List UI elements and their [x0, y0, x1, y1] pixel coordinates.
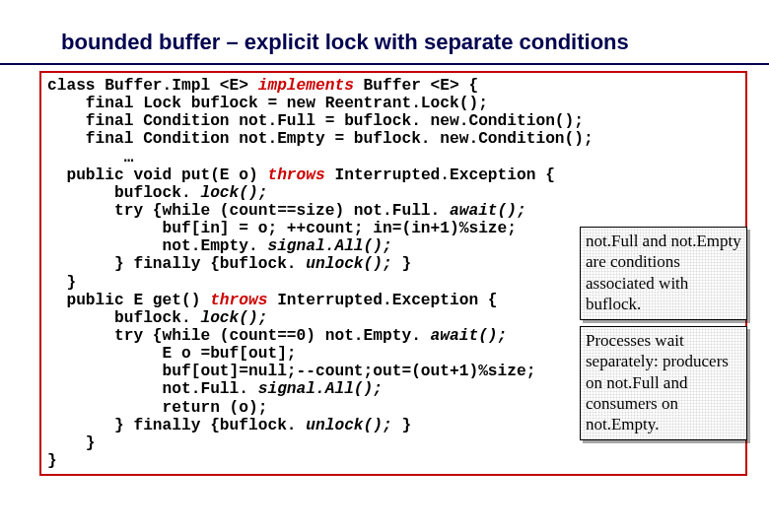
method-lock: lock(); — [200, 184, 267, 202]
code-line: Interrupted.Exception { — [325, 166, 555, 184]
code-line: public void put(E o) — [47, 166, 267, 184]
code-line: not.Full. — [47, 380, 258, 398]
code-line: try {while (count==0) not.Empty. — [47, 327, 431, 345]
keyword-throws: throws — [267, 166, 324, 184]
method-signalall: signal.All(); — [267, 237, 391, 255]
code-line: E o =buf[out]; — [47, 345, 297, 363]
method-unlock: unlock(); — [306, 417, 391, 434]
method-lock: lock(); — [200, 309, 267, 327]
code-line: } — [392, 417, 411, 434]
code-line: Buffer <E> { — [354, 77, 478, 95]
code-line: … — [47, 149, 133, 166]
code-line: } finally {buflock. — [47, 417, 306, 434]
code-line: class Buffer.Impl <E> — [47, 77, 258, 95]
keyword-throws: throws — [210, 292, 267, 309]
code-line: Interrupted.Exception { — [267, 292, 497, 309]
code-line: } — [47, 434, 96, 452]
annotation-box-2: Processes wait separately: producers on … — [580, 326, 747, 440]
annotation-box-1: not.Full and not.Empty are conditions as… — [580, 227, 747, 320]
code-line: public E get() — [47, 292, 210, 309]
code-line: return (o); — [47, 399, 267, 417]
code-line: } finally {buflock. — [47, 255, 306, 273]
method-await: await(); — [431, 327, 508, 345]
code-line: } — [392, 255, 411, 273]
code-line: buflock. — [47, 184, 200, 202]
keyword-implements: implements — [258, 77, 354, 95]
slide-title: bounded buffer – explicit lock with sepa… — [0, 0, 769, 65]
code-line: not.Empty. — [47, 237, 267, 255]
code-line: buf[in] = o; ++count; in=(in+1)%size; — [47, 220, 517, 237]
code-line: final Condition not.Empty = buflock. new… — [47, 130, 594, 148]
method-signalall: signal.All(); — [258, 380, 383, 398]
code-line: final Lock buflock = new Reentrant.Lock(… — [47, 95, 488, 112]
code-line: } — [47, 274, 76, 292]
method-unlock: unlock(); — [306, 255, 391, 273]
code-line: buf[out]=null;--count;out=(out+1)%size; — [47, 363, 535, 380]
code-line: buflock. — [47, 309, 200, 327]
code-line: } — [47, 452, 57, 470]
annotation-group: not.Full and not.Empty are conditions as… — [580, 227, 747, 446]
code-line: final Condition not.Full = buflock. new.… — [47, 112, 584, 130]
code-line: try {while (count==size) not.Full. — [47, 202, 450, 220]
method-await: await(); — [450, 202, 526, 220]
